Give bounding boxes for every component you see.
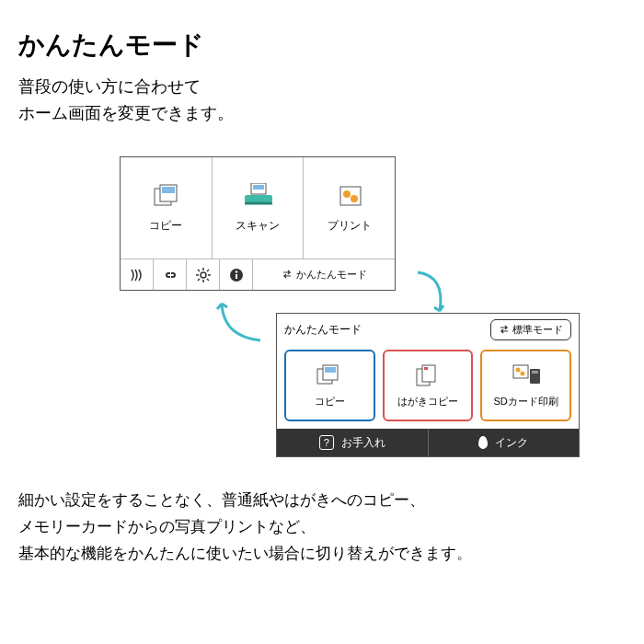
tile-copy[interactable]: コピー	[121, 157, 213, 259]
svg-line-16	[207, 279, 209, 281]
svg-line-15	[198, 270, 200, 271]
subtitle-line: ホーム画面を変更できます。	[18, 104, 234, 122]
standard-mode-screen: コピー スキャン プリント	[120, 156, 396, 291]
button-label: お手入れ	[341, 435, 385, 451]
footer-description: 細かい設定をすることなく、普通紙やはがきへのコピー、 メモリーカードからの写真プ…	[18, 488, 626, 568]
footer-line: メモリーカードからの写真プリントなど、	[18, 518, 316, 535]
button-label: インク	[495, 435, 528, 451]
svg-point-10	[201, 272, 206, 278]
svg-rect-5	[245, 195, 272, 202]
tile-label: スキャン	[236, 218, 280, 234]
mode-switch-button[interactable]: かんたんモード	[253, 259, 395, 290]
svg-rect-32	[532, 371, 538, 374]
copy-icon	[151, 183, 180, 209]
svg-rect-4	[253, 185, 264, 190]
swap-icon	[282, 269, 293, 282]
ink-drop-icon	[478, 436, 488, 449]
svg-rect-27	[424, 367, 428, 370]
svg-point-20	[235, 270, 236, 272]
tile-postcard-copy[interactable]: はがきコピー	[383, 350, 474, 421]
button-label: 標準モード	[512, 323, 563, 337]
scan-icon	[243, 183, 272, 209]
postcard-icon	[413, 363, 443, 389]
print-icon	[335, 183, 364, 209]
swap-icon	[499, 324, 510, 337]
ink-button[interactable]: インク	[429, 429, 580, 456]
tile-label: コピー	[315, 395, 345, 408]
svg-rect-21	[236, 274, 237, 279]
arrow-up-icon	[207, 294, 271, 350]
standard-mode-button[interactable]: 標準モード	[490, 319, 571, 340]
sd-print-icon	[512, 363, 541, 389]
wireless-icon[interactable]	[121, 259, 154, 290]
svg-rect-28	[513, 365, 528, 378]
mode-label: かんたんモード	[296, 268, 367, 282]
footer-line: 細かい設定をすることなく、普通紙やはがきへのコピー、	[18, 491, 425, 509]
question-icon: ?	[319, 435, 334, 450]
copy-icon	[315, 363, 344, 389]
easy-mode-title: かんたんモード	[284, 322, 362, 338]
tile-copy[interactable]: コピー	[284, 350, 375, 421]
page-subtitle: 普段の使い方に合わせて ホーム画面を変更できます。	[18, 74, 626, 127]
svg-point-9	[351, 195, 358, 202]
maintenance-button[interactable]: ? お手入れ	[277, 429, 429, 456]
gear-icon[interactable]	[187, 259, 220, 290]
svg-rect-24	[325, 367, 336, 373]
easy-mode-screen: かんたんモード 標準モード コピー はがきコピー SDカード印刷	[276, 313, 580, 457]
svg-point-8	[343, 190, 351, 198]
svg-point-30	[520, 371, 524, 375]
tile-scan[interactable]: スキャン	[213, 157, 305, 259]
svg-rect-7	[340, 187, 361, 205]
tile-label: プリント	[328, 218, 372, 234]
subtitle-line: 普段の使い方に合わせて	[18, 77, 201, 96]
page-title: かんたんモード	[18, 28, 626, 63]
tile-label: はがきコピー	[397, 395, 458, 408]
footer-line: 基本的な機能をかんたんに使いたい場合に切り替えができます。	[18, 545, 472, 562]
svg-point-29	[515, 367, 520, 372]
svg-rect-2	[162, 187, 175, 193]
svg-line-18	[207, 270, 209, 271]
tile-print[interactable]: プリント	[304, 157, 395, 259]
tile-sd-print[interactable]: SDカード印刷	[480, 350, 571, 421]
tile-label: SDカード印刷	[494, 395, 558, 408]
tile-label: コピー	[149, 218, 182, 234]
svg-line-17	[198, 279, 200, 281]
link-icon[interactable]	[154, 259, 187, 290]
info-icon[interactable]	[220, 259, 253, 290]
